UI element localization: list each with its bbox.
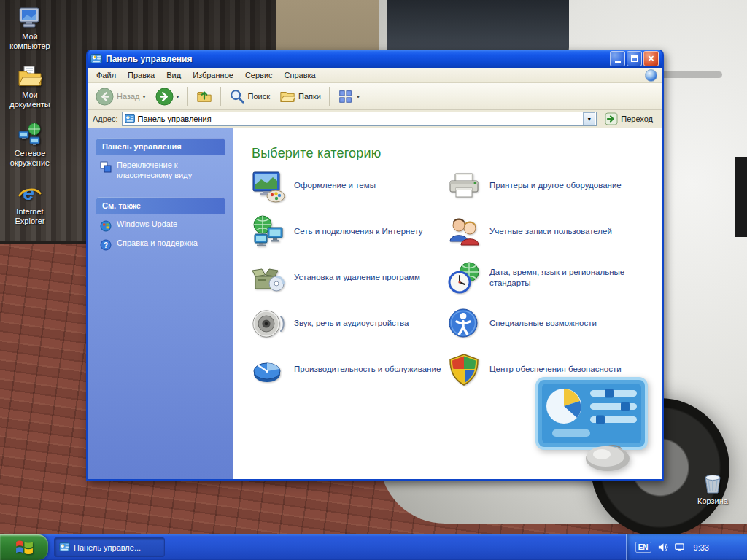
desktop-icon-recycle-bin[interactable]: Корзина — [684, 470, 741, 506]
category-performance-maintenance[interactable]: Производительность и обслуживание — [252, 346, 447, 392]
appearance-themes-icon — [252, 169, 285, 203]
control-panel-icon — [125, 114, 135, 124]
start-button[interactable] — [0, 534, 48, 560]
views-button[interactable]: ▾ — [335, 87, 363, 106]
window-title: Панель управления — [106, 54, 606, 64]
question-mark: ? — [104, 241, 108, 249]
recycle-bin-icon — [700, 470, 725, 495]
taskbar-item-control-panel[interactable]: Панель управле... — [54, 537, 165, 557]
windows-update-icon — [100, 220, 112, 232]
minimize-button[interactable] — [610, 51, 625, 66]
security-center-icon — [447, 353, 481, 386]
desktop-icon-label: Сетевое окружение — [1, 149, 58, 168]
desktop-icon-internet-explorer[interactable]: e Internet Explorer — [1, 181, 58, 226]
pane-title: См. также — [102, 201, 141, 210]
forward-dropdown-icon[interactable]: ▾ — [177, 93, 179, 100]
internet-explorer-icon: e — [18, 181, 42, 206]
forward-icon — [155, 88, 174, 106]
menu-view[interactable]: Вид — [160, 69, 187, 82]
desktop-icon-network-places[interactable]: Сетевое окружение — [1, 122, 58, 168]
pane-header-control-panel: Панель управления — [96, 138, 225, 155]
go-button[interactable]: Переход — [600, 111, 657, 127]
menu-edit[interactable]: Правка — [122, 69, 160, 82]
toolbar: Назад ▾ ▾ Поиск Папки ▾ — [88, 83, 662, 110]
windows-update-label: Windows Update — [117, 219, 177, 230]
category-label: Установка и удаление программ — [294, 272, 420, 283]
pane-header-see-also: См. также — [96, 197, 225, 214]
category-sounds-audio[interactable]: Звук, речь и аудиоустройства — [252, 300, 447, 346]
category-label: Оформление и темы — [294, 180, 376, 191]
window-main: Панель управления Переключение к классич… — [88, 128, 662, 479]
language-indicator[interactable]: EN — [635, 542, 651, 553]
folders-button[interactable]: Папки — [276, 87, 324, 106]
date-time-language-icon — [447, 261, 481, 295]
control-panel-icon — [90, 53, 102, 65]
toolbar-separator — [329, 87, 330, 106]
category-label: Сеть и подключения к Интернету — [294, 226, 423, 237]
category-label: Центр обеспечения безопасности — [489, 364, 622, 375]
titlebar[interactable]: Панель управления ✕ — [88, 50, 662, 68]
category-date-time-language[interactable]: Дата, время, язык и региональные стандар… — [447, 254, 651, 300]
windows-update-link[interactable]: Windows Update — [96, 214, 225, 233]
chevron-down-icon: ▾ — [588, 116, 591, 122]
switch-view-icon — [100, 161, 112, 173]
address-dropdown-button[interactable]: ▾ — [583, 112, 595, 125]
desktop-icon-my-documents[interactable]: Мои документы — [1, 64, 58, 109]
toolbar-separator — [220, 87, 221, 106]
minimize-glyph — [615, 61, 621, 63]
desktop-icon-my-computer[interactable]: Мой компьютер — [1, 6, 58, 51]
network-places-icon — [18, 122, 42, 147]
toolbar-separator — [187, 87, 188, 106]
back-dropdown-icon[interactable]: ▾ — [143, 93, 146, 100]
category-label: Производительность и обслуживание — [294, 364, 441, 375]
desktop-icon-label: Мой компьютер — [1, 32, 58, 51]
ie-letter: e — [23, 182, 34, 204]
views-dropdown-icon[interactable]: ▾ — [357, 93, 360, 100]
category-column-left: Оформление и темы Сеть и подключения к И… — [252, 163, 447, 392]
help-icon: ? — [100, 239, 112, 251]
help-support-link[interactable]: ? Справка и поддержка — [96, 233, 225, 252]
control-panel-icon — [59, 542, 70, 553]
window-controls: ✕ — [610, 51, 659, 66]
volume-icon[interactable] — [657, 542, 668, 553]
pane-control-panel: Панель управления Переключение к классич… — [96, 138, 225, 182]
category-appearance-themes[interactable]: Оформление и темы — [252, 163, 447, 209]
category-network-internet[interactable]: Сеть и подключения к Интернету — [252, 209, 447, 254]
go-arrow-icon — [605, 112, 618, 125]
menu-tools[interactable]: Сервис — [239, 69, 279, 82]
forward-button[interactable]: ▾ — [152, 86, 182, 107]
category-user-accounts[interactable]: Учетные записи пользователей — [447, 209, 651, 254]
address-input[interactable]: Панель управления ▾ — [122, 112, 597, 126]
task-pane: Панель управления Переключение к классич… — [88, 128, 233, 479]
address-value: Панель управления — [138, 114, 212, 123]
display-tray-icon[interactable] — [674, 542, 685, 553]
user-accounts-icon — [447, 215, 481, 249]
clock: 9:33 — [694, 543, 709, 552]
back-icon — [96, 88, 114, 106]
back-button[interactable]: Назад ▾ — [93, 86, 149, 107]
menu-favorites[interactable]: Избранное — [187, 69, 239, 82]
switch-classic-view-link[interactable]: Переключение к классическому виду — [96, 155, 225, 182]
up-folder-icon — [196, 88, 212, 104]
menu-bar: Файл Правка Вид Избранное Сервис Справка — [88, 68, 662, 83]
menu-file[interactable]: Файл — [90, 69, 122, 82]
folders-label: Папки — [298, 92, 321, 101]
category-accessibility[interactable]: Специальные возможности — [447, 300, 651, 346]
folders-icon — [279, 88, 295, 104]
desktop-icon-label: Корзина — [697, 497, 728, 506]
menu-help[interactable]: Справка — [279, 69, 322, 82]
windows-logo-icon — [15, 538, 34, 556]
close-button[interactable]: ✕ — [643, 51, 659, 66]
category-printers-hardware[interactable]: Принтеры и другое оборудование — [447, 163, 651, 209]
my-computer-icon — [18, 6, 42, 31]
address-label: Адрес: — [93, 114, 118, 123]
windows-globe-icon — [645, 69, 657, 82]
up-button[interactable] — [193, 87, 215, 106]
category-add-remove-programs[interactable]: Установка и удаление программ — [252, 254, 447, 300]
taskbar: Панель управле... EN 9:33 — [0, 534, 747, 560]
maximize-button[interactable] — [627, 51, 642, 66]
search-icon — [229, 88, 245, 104]
background-dark-edge — [735, 157, 747, 237]
search-button[interactable]: Поиск — [226, 87, 273, 106]
desktop-icon-label: Internet Explorer — [1, 207, 58, 226]
